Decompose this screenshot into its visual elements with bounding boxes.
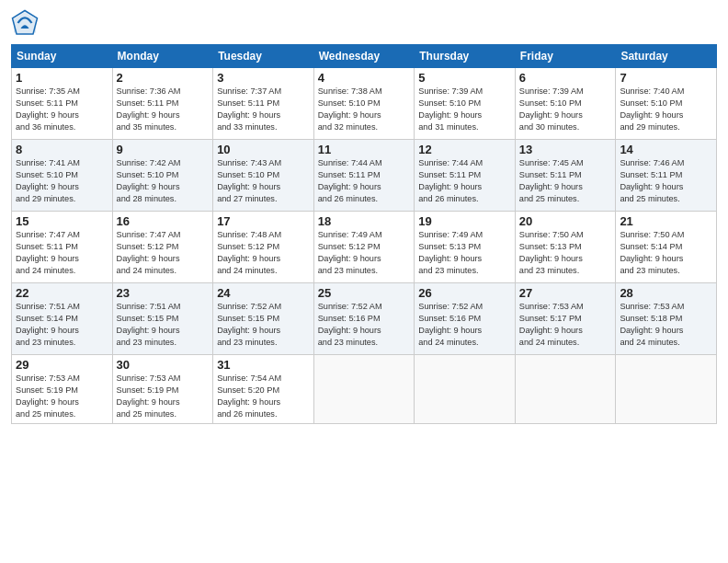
week-row-4: 22Sunrise: 7:51 AMSunset: 5:14 PMDayligh… <box>12 283 717 355</box>
calendar-cell: 3Sunrise: 7:37 AMSunset: 5:11 PMDaylight… <box>213 68 314 140</box>
calendar-cell: 11Sunrise: 7:44 AMSunset: 5:11 PMDayligh… <box>313 140 415 212</box>
calendar-cell: 29Sunrise: 7:53 AMSunset: 5:19 PMDayligh… <box>12 355 113 424</box>
calendar-cell: 10Sunrise: 7:43 AMSunset: 5:10 PMDayligh… <box>213 140 314 212</box>
calendar-cell <box>515 355 616 424</box>
col-header-tuesday: Tuesday <box>213 45 314 68</box>
day-info: Sunrise: 7:36 AMSunset: 5:11 PMDaylight:… <box>117 86 210 133</box>
day-number: 15 <box>16 214 108 228</box>
day-number: 25 <box>318 286 411 300</box>
col-header-saturday: Saturday <box>616 45 717 68</box>
day-info: Sunrise: 7:40 AMSunset: 5:10 PMDaylight:… <box>620 86 712 133</box>
day-info: Sunrise: 7:35 AMSunset: 5:11 PMDaylight:… <box>16 86 108 133</box>
col-header-wednesday: Wednesday <box>313 45 415 68</box>
day-info: Sunrise: 7:47 AMSunset: 5:11 PMDaylight:… <box>16 229 108 277</box>
day-info: Sunrise: 7:44 AMSunset: 5:11 PMDaylight:… <box>418 157 511 205</box>
calendar-cell: 13Sunrise: 7:45 AMSunset: 5:11 PMDayligh… <box>515 140 616 212</box>
day-number: 6 <box>519 71 612 85</box>
calendar-cell: 24Sunrise: 7:52 AMSunset: 5:15 PMDayligh… <box>213 283 314 355</box>
day-number: 3 <box>217 71 310 85</box>
day-number: 27 <box>519 286 612 300</box>
day-info: Sunrise: 7:47 AMSunset: 5:12 PMDaylight:… <box>117 229 210 277</box>
day-info: Sunrise: 7:42 AMSunset: 5:10 PMDaylight:… <box>117 157 210 205</box>
logo-icon <box>11 9 39 37</box>
day-number: 29 <box>16 358 108 372</box>
day-number: 19 <box>418 214 511 228</box>
calendar-cell: 8Sunrise: 7:41 AMSunset: 5:10 PMDaylight… <box>12 140 113 212</box>
calendar-cell: 30Sunrise: 7:53 AMSunset: 5:19 PMDayligh… <box>112 355 213 424</box>
day-number: 9 <box>117 143 210 156</box>
day-number: 31 <box>217 358 310 372</box>
day-number: 5 <box>418 71 511 85</box>
col-header-friday: Friday <box>515 45 616 68</box>
calendar-cell: 21Sunrise: 7:50 AMSunset: 5:14 PMDayligh… <box>616 212 717 283</box>
day-info: Sunrise: 7:37 AMSunset: 5:11 PMDaylight:… <box>217 86 310 133</box>
day-info: Sunrise: 7:53 AMSunset: 5:19 PMDaylight:… <box>16 373 108 420</box>
day-info: Sunrise: 7:52 AMSunset: 5:16 PMDaylight:… <box>418 301 511 349</box>
day-info: Sunrise: 7:48 AMSunset: 5:12 PMDaylight:… <box>217 229 310 277</box>
calendar-cell: 7Sunrise: 7:40 AMSunset: 5:10 PMDaylight… <box>616 68 717 140</box>
day-number: 4 <box>318 71 411 85</box>
calendar-cell: 4Sunrise: 7:38 AMSunset: 5:10 PMDaylight… <box>313 68 415 140</box>
day-info: Sunrise: 7:38 AMSunset: 5:10 PMDaylight:… <box>318 86 411 133</box>
day-number: 24 <box>217 286 310 300</box>
week-row-2: 8Sunrise: 7:41 AMSunset: 5:10 PMDaylight… <box>12 140 717 212</box>
week-row-5: 29Sunrise: 7:53 AMSunset: 5:19 PMDayligh… <box>12 355 717 424</box>
calendar-cell <box>616 355 717 424</box>
page-container: SundayMondayTuesdayWednesdayThursdayFrid… <box>0 0 728 431</box>
day-number: 7 <box>620 71 712 85</box>
day-info: Sunrise: 7:54 AMSunset: 5:20 PMDaylight:… <box>217 373 310 420</box>
calendar-cell: 28Sunrise: 7:53 AMSunset: 5:18 PMDayligh… <box>616 283 717 355</box>
calendar-cell: 22Sunrise: 7:51 AMSunset: 5:14 PMDayligh… <box>12 283 113 355</box>
day-number: 20 <box>519 214 612 228</box>
calendar-cell: 23Sunrise: 7:51 AMSunset: 5:15 PMDayligh… <box>112 283 213 355</box>
day-info: Sunrise: 7:39 AMSunset: 5:10 PMDaylight:… <box>519 86 612 133</box>
calendar-cell: 14Sunrise: 7:46 AMSunset: 5:11 PMDayligh… <box>616 140 717 212</box>
day-info: Sunrise: 7:44 AMSunset: 5:11 PMDaylight:… <box>318 157 411 205</box>
day-info: Sunrise: 7:53 AMSunset: 5:18 PMDaylight:… <box>620 301 712 349</box>
day-info: Sunrise: 7:49 AMSunset: 5:12 PMDaylight:… <box>318 229 411 277</box>
calendar-cell: 2Sunrise: 7:36 AMSunset: 5:11 PMDaylight… <box>112 68 213 140</box>
calendar-cell: 26Sunrise: 7:52 AMSunset: 5:16 PMDayligh… <box>415 283 516 355</box>
col-header-sunday: Sunday <box>12 45 113 68</box>
calendar-cell: 6Sunrise: 7:39 AMSunset: 5:10 PMDaylight… <box>515 68 616 140</box>
day-number: 12 <box>418 143 511 156</box>
day-info: Sunrise: 7:53 AMSunset: 5:17 PMDaylight:… <box>519 301 612 349</box>
calendar-body: 1Sunrise: 7:35 AMSunset: 5:11 PMDaylight… <box>12 68 717 424</box>
calendar-cell: 31Sunrise: 7:54 AMSunset: 5:20 PMDayligh… <box>213 355 314 424</box>
day-info: Sunrise: 7:50 AMSunset: 5:14 PMDaylight:… <box>620 229 712 277</box>
header <box>11 9 717 37</box>
calendar-cell: 27Sunrise: 7:53 AMSunset: 5:17 PMDayligh… <box>515 283 616 355</box>
calendar-cell: 5Sunrise: 7:39 AMSunset: 5:10 PMDaylight… <box>415 68 516 140</box>
day-number: 17 <box>217 214 310 228</box>
calendar: SundayMondayTuesdayWednesdayThursdayFrid… <box>11 44 717 424</box>
day-number: 30 <box>117 358 210 372</box>
col-header-thursday: Thursday <box>415 45 516 68</box>
calendar-cell: 25Sunrise: 7:52 AMSunset: 5:16 PMDayligh… <box>313 283 415 355</box>
day-number: 11 <box>318 143 411 156</box>
day-number: 23 <box>117 286 210 300</box>
day-number: 21 <box>620 214 712 228</box>
day-info: Sunrise: 7:51 AMSunset: 5:14 PMDaylight:… <box>16 301 108 349</box>
day-number: 2 <box>117 71 210 85</box>
day-number: 10 <box>217 143 310 156</box>
day-number: 8 <box>16 143 108 156</box>
calendar-cell: 19Sunrise: 7:49 AMSunset: 5:13 PMDayligh… <box>415 212 516 283</box>
day-info: Sunrise: 7:51 AMSunset: 5:15 PMDaylight:… <box>117 301 210 349</box>
day-number: 22 <box>16 286 108 300</box>
day-info: Sunrise: 7:41 AMSunset: 5:10 PMDaylight:… <box>16 157 108 205</box>
day-info: Sunrise: 7:50 AMSunset: 5:13 PMDaylight:… <box>519 229 612 277</box>
calendar-cell: 20Sunrise: 7:50 AMSunset: 5:13 PMDayligh… <box>515 212 616 283</box>
calendar-cell: 9Sunrise: 7:42 AMSunset: 5:10 PMDaylight… <box>112 140 213 212</box>
week-row-1: 1Sunrise: 7:35 AMSunset: 5:11 PMDaylight… <box>12 68 717 140</box>
calendar-cell: 17Sunrise: 7:48 AMSunset: 5:12 PMDayligh… <box>213 212 314 283</box>
day-info: Sunrise: 7:45 AMSunset: 5:11 PMDaylight:… <box>519 157 612 205</box>
calendar-cell: 16Sunrise: 7:47 AMSunset: 5:12 PMDayligh… <box>112 212 213 283</box>
day-number: 1 <box>16 71 108 85</box>
calendar-cell: 1Sunrise: 7:35 AMSunset: 5:11 PMDaylight… <box>12 68 113 140</box>
calendar-cell <box>415 355 516 424</box>
day-number: 28 <box>620 286 712 300</box>
day-info: Sunrise: 7:46 AMSunset: 5:11 PMDaylight:… <box>620 157 712 205</box>
calendar-header: SundayMondayTuesdayWednesdayThursdayFrid… <box>12 45 717 68</box>
day-info: Sunrise: 7:52 AMSunset: 5:16 PMDaylight:… <box>318 301 411 349</box>
week-row-3: 15Sunrise: 7:47 AMSunset: 5:11 PMDayligh… <box>12 212 717 283</box>
